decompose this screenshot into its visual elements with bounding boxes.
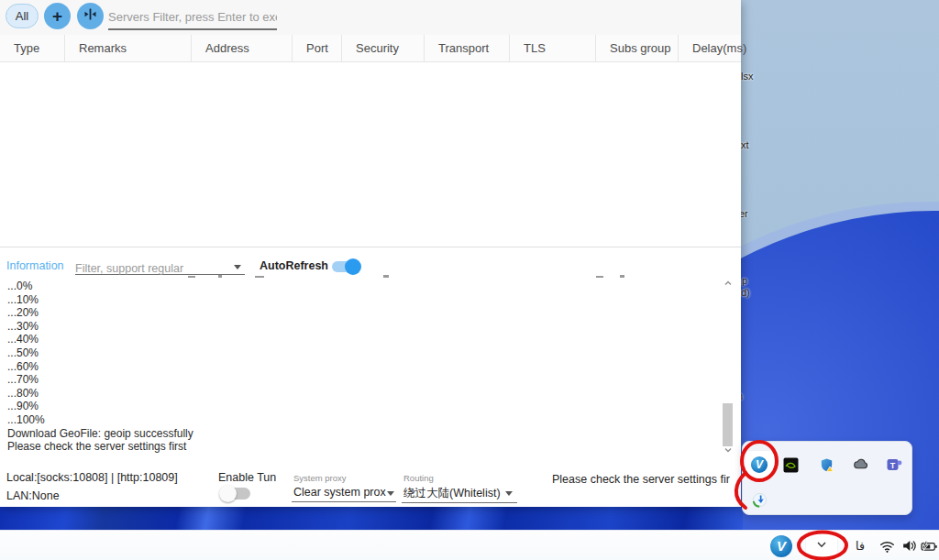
local-ports-info: Local:[socks:10808] | [http:10809] <box>6 471 178 484</box>
idm-icon[interactable] <box>751 491 768 508</box>
log-scrollbar[interactable] <box>722 277 735 456</box>
column-header-tls[interactable]: TLS <box>510 35 596 61</box>
column-header-transport[interactable]: Transport <box>425 35 510 61</box>
v2rayn-taskbar-icon[interactable]: V <box>768 531 794 560</box>
split-arrows-icon <box>83 7 97 25</box>
scroll-down-icon[interactable] <box>724 445 733 455</box>
v2rayn-logo-icon: V <box>770 535 792 557</box>
screen: lsx xt er p d) n All + Type Remarks Addr… <box>0 0 939 560</box>
system-proxy-label: System proxy <box>293 473 347 483</box>
chevron-down-icon[interactable] <box>505 491 513 496</box>
wallpaper-strip <box>0 506 743 530</box>
server-table-header: Type Remarks Address Port Security Trans… <box>0 35 741 62</box>
chevron-down-icon <box>815 538 828 555</box>
lan-info: LAN:None <box>6 489 60 502</box>
status-message: Please check the server settings fir <box>552 473 730 486</box>
toggle-knob <box>345 258 361 275</box>
autorefresh-toggle[interactable] <box>332 261 359 272</box>
tray-overflow-flyout: V T <box>742 441 912 515</box>
chevron-down-icon <box>234 265 241 269</box>
column-header-security[interactable]: Security <box>342 35 425 61</box>
log-line: ...30% <box>7 320 713 334</box>
desktop-icon-label[interactable]: d) <box>741 287 750 298</box>
toggle-knob <box>219 485 237 502</box>
desktop-icon-label[interactable]: xt <box>741 139 749 150</box>
show-hidden-icons-button[interactable] <box>806 533 837 558</box>
nvidia-settings-icon[interactable] <box>782 456 799 473</box>
add-server-button[interactable]: + <box>44 3 71 29</box>
log-output[interactable]: ...0% ...10% ...20% ...30% ...40% ...50%… <box>7 280 713 454</box>
enable-tun-label: Enable Tun <box>218 471 276 484</box>
log-line: ...100% <box>7 413 713 427</box>
system-proxy-combobox[interactable]: Clear system prox <box>293 486 386 499</box>
volume-icon[interactable] <box>898 531 920 560</box>
enable-tun-toggle[interactable] <box>221 488 250 500</box>
log-line: ...0% <box>7 280 713 293</box>
log-line: ...60% <box>7 360 713 374</box>
log-line: ...20% <box>7 306 713 320</box>
log-line: ...80% <box>7 387 713 401</box>
chevron-down-icon[interactable] <box>387 491 394 496</box>
combo-underline <box>292 501 396 502</box>
desktop-icon-label[interactable]: p <box>742 275 747 286</box>
log-line: ...10% <box>7 293 713 307</box>
battery-charging-icon[interactable] <box>918 531 939 560</box>
teams-icon[interactable]: T <box>886 456 902 473</box>
routing-combobox[interactable]: 绕过大陆(Whitelist) <box>403 486 501 501</box>
log-filter-combobox[interactable]: Filter, support regular <box>75 259 245 275</box>
windows-security-shield-icon[interactable] <box>818 456 834 473</box>
log-line: ...40% <box>7 333 713 346</box>
log-filter-placeholder: Filter, support regular <box>75 262 183 275</box>
column-header-address[interactable]: Address <box>192 35 293 61</box>
log-line: ...90% <box>7 400 713 413</box>
log-line: Download GeoFile: geoip successfully <box>7 427 713 441</box>
subscription-group-all-button[interactable]: All <box>6 4 39 28</box>
routing-label: Routing <box>403 473 434 483</box>
log-line: ...50% <box>7 346 713 360</box>
adjust-columns-button[interactable] <box>77 3 104 29</box>
svg-text:T: T <box>889 460 895 469</box>
v2rayn-tray-icon[interactable]: V <box>751 456 768 473</box>
column-header-port[interactable]: Port <box>293 35 342 61</box>
column-header-delay[interactable]: Delay(ms) <box>679 35 741 61</box>
autorefresh-label: AutoRefresh <box>260 259 328 272</box>
scrollbar-thumb[interactable] <box>723 403 733 446</box>
panel-splitter[interactable] <box>0 247 741 247</box>
scroll-up-icon[interactable] <box>724 279 733 288</box>
server-toolbar: All + <box>0 0 741 35</box>
combo-underline <box>402 502 517 503</box>
v2rayn-window: All + Type Remarks Address Port Security… <box>0 0 741 507</box>
server-table-body-empty[interactable] <box>0 62 741 247</box>
log-line: ...70% <box>7 373 713 387</box>
column-header-type[interactable]: Type <box>0 35 65 61</box>
clipped-log-line <box>7 275 704 279</box>
taskbar: V فا <box>0 530 939 560</box>
cloud-icon[interactable] <box>853 456 869 473</box>
column-header-remarks[interactable]: Remarks <box>65 35 192 61</box>
log-line: Please check the server settings first <box>7 440 713 454</box>
language-indicator[interactable]: فا <box>849 531 871 560</box>
desktop-icon-label[interactable]: lsx <box>741 71 753 82</box>
tab-information[interactable]: Information <box>6 259 64 272</box>
column-header-subsgroup[interactable]: Subs group <box>596 35 679 61</box>
wifi-icon[interactable] <box>876 531 898 560</box>
servers-filter-input[interactable] <box>108 5 277 30</box>
